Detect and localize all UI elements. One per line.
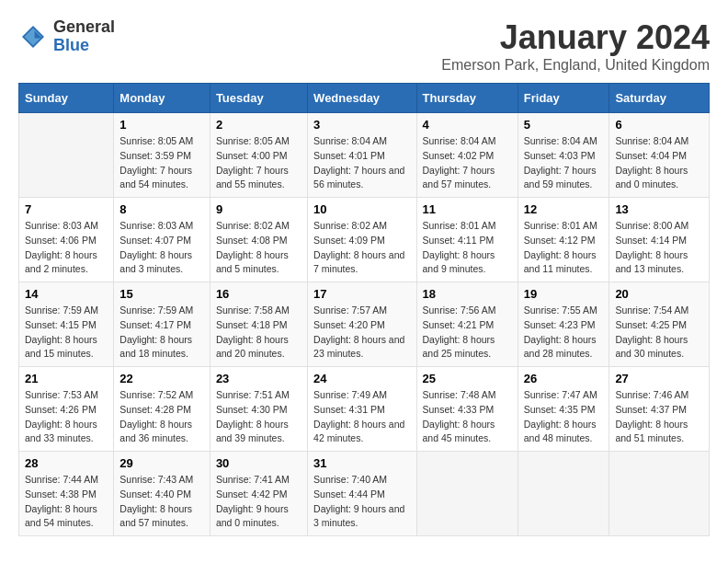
calendar-cell: 5Sunrise: 8:04 AMSunset: 4:03 PMDaylight… — [518, 113, 609, 198]
day-number: 29 — [119, 456, 204, 470]
calendar-week-row: 1Sunrise: 8:05 AMSunset: 3:59 PMDaylight… — [19, 113, 710, 198]
weekday-header: Wednesday — [308, 84, 416, 113]
day-info: Sunrise: 7:54 AMSunset: 4:25 PMDaylight:… — [615, 304, 703, 362]
day-number: 24 — [313, 372, 410, 385]
day-number: 8 — [119, 202, 204, 216]
day-info: Sunrise: 7:40 AMSunset: 4:44 PMDaylight:… — [313, 473, 410, 531]
calendar-week-row: 28Sunrise: 7:44 AMSunset: 4:38 PMDayligh… — [19, 452, 710, 536]
day-number: 3 — [313, 118, 410, 132]
calendar-cell: 21Sunrise: 7:53 AMSunset: 4:26 PMDayligh… — [19, 367, 114, 452]
day-info: Sunrise: 8:05 AMSunset: 4:00 PMDaylight:… — [216, 134, 301, 192]
location: Emerson Park, England, United Kingdom — [441, 57, 710, 74]
calendar-cell: 18Sunrise: 7:56 AMSunset: 4:21 PMDayligh… — [416, 282, 518, 367]
calendar-cell: 19Sunrise: 7:55 AMSunset: 4:23 PMDayligh… — [518, 282, 609, 367]
day-info: Sunrise: 7:59 AMSunset: 4:15 PMDaylight:… — [25, 304, 108, 362]
calendar-cell: 10Sunrise: 8:02 AMSunset: 4:09 PMDayligh… — [308, 198, 416, 282]
calendar-cell: 15Sunrise: 7:59 AMSunset: 4:17 PMDayligh… — [114, 282, 210, 367]
calendar-cell: 13Sunrise: 8:00 AMSunset: 4:14 PMDayligh… — [609, 198, 710, 282]
calendar-cell: 25Sunrise: 7:48 AMSunset: 4:33 PMDayligh… — [416, 367, 518, 452]
weekday-header: Tuesday — [210, 84, 307, 113]
day-number: 6 — [615, 118, 703, 132]
day-number: 10 — [313, 202, 410, 216]
weekday-header: Saturday — [609, 84, 710, 113]
day-number: 16 — [216, 287, 301, 301]
day-info: Sunrise: 7:56 AMSunset: 4:21 PMDaylight:… — [423, 304, 512, 362]
day-info: Sunrise: 7:46 AMSunset: 4:37 PMDaylight:… — [615, 388, 703, 446]
day-number: 30 — [216, 456, 301, 470]
calendar-cell: 22Sunrise: 7:52 AMSunset: 4:28 PMDayligh… — [114, 367, 210, 452]
day-info: Sunrise: 7:43 AMSunset: 4:40 PMDaylight:… — [119, 473, 204, 531]
calendar-cell: 11Sunrise: 8:01 AMSunset: 4:11 PMDayligh… — [416, 198, 518, 282]
day-number: 20 — [615, 287, 703, 301]
weekday-header: Thursday — [416, 84, 518, 113]
day-number: 19 — [524, 287, 604, 301]
day-number: 5 — [524, 118, 604, 132]
day-info: Sunrise: 8:04 AMSunset: 4:02 PMDaylight:… — [423, 134, 512, 192]
day-info: Sunrise: 7:49 AMSunset: 4:31 PMDaylight:… — [313, 388, 410, 446]
day-info: Sunrise: 7:53 AMSunset: 4:26 PMDaylight:… — [25, 388, 108, 446]
day-info: Sunrise: 8:02 AMSunset: 4:09 PMDaylight:… — [313, 219, 410, 277]
calendar-cell: 17Sunrise: 7:57 AMSunset: 4:20 PMDayligh… — [308, 282, 416, 367]
day-number: 11 — [423, 202, 512, 216]
calendar-cell: 8Sunrise: 8:03 AMSunset: 4:07 PMDaylight… — [114, 198, 210, 282]
calendar-cell: 7Sunrise: 8:03 AMSunset: 4:06 PMDaylight… — [19, 198, 114, 282]
day-info: Sunrise: 8:03 AMSunset: 4:06 PMDaylight:… — [25, 219, 108, 277]
weekday-header: Sunday — [19, 84, 114, 113]
day-info: Sunrise: 7:58 AMSunset: 4:18 PMDaylight:… — [216, 304, 301, 362]
calendar-cell: 29Sunrise: 7:43 AMSunset: 4:40 PMDayligh… — [114, 452, 210, 536]
calendar-cell: 28Sunrise: 7:44 AMSunset: 4:38 PMDayligh… — [19, 452, 114, 536]
day-info: Sunrise: 7:48 AMSunset: 4:33 PMDaylight:… — [423, 388, 512, 446]
day-info: Sunrise: 7:57 AMSunset: 4:20 PMDaylight:… — [313, 304, 410, 362]
calendar-cell: 26Sunrise: 7:47 AMSunset: 4:35 PMDayligh… — [518, 367, 609, 452]
day-number: 25 — [423, 372, 512, 385]
calendar-week-row: 21Sunrise: 7:53 AMSunset: 4:26 PMDayligh… — [19, 367, 710, 452]
calendar-table: SundayMondayTuesdayWednesdayThursdayFrid… — [18, 83, 710, 536]
day-number: 21 — [25, 372, 108, 385]
day-info: Sunrise: 7:52 AMSunset: 4:28 PMDaylight:… — [119, 388, 204, 446]
day-number: 26 — [524, 372, 604, 385]
calendar-week-row: 14Sunrise: 7:59 AMSunset: 4:15 PMDayligh… — [19, 282, 710, 367]
day-number: 9 — [216, 202, 301, 216]
calendar-cell — [609, 452, 710, 536]
day-info: Sunrise: 7:41 AMSunset: 4:42 PMDaylight:… — [216, 473, 301, 531]
day-number: 7 — [25, 202, 108, 216]
day-number: 22 — [119, 372, 204, 385]
day-info: Sunrise: 8:01 AMSunset: 4:12 PMDaylight:… — [524, 219, 604, 277]
day-number: 12 — [524, 202, 604, 216]
day-info: Sunrise: 8:01 AMSunset: 4:11 PMDaylight:… — [423, 219, 512, 277]
weekday-header: Friday — [518, 84, 609, 113]
calendar-cell: 23Sunrise: 7:51 AMSunset: 4:30 PMDayligh… — [210, 367, 307, 452]
calendar-cell — [518, 452, 609, 536]
day-number: 18 — [423, 287, 512, 301]
day-info: Sunrise: 8:02 AMSunset: 4:08 PMDaylight:… — [216, 219, 301, 277]
calendar-cell: 3Sunrise: 8:04 AMSunset: 4:01 PMDaylight… — [308, 113, 416, 198]
calendar-cell: 12Sunrise: 8:01 AMSunset: 4:12 PMDayligh… — [518, 198, 609, 282]
logo-text: General Blue — [53, 18, 115, 55]
calendar-cell: 2Sunrise: 8:05 AMSunset: 4:00 PMDaylight… — [210, 113, 307, 198]
logo-icon — [18, 22, 48, 52]
calendar-cell — [416, 452, 518, 536]
month-title: January 2024 — [441, 18, 710, 57]
day-info: Sunrise: 7:47 AMSunset: 4:35 PMDaylight:… — [524, 388, 604, 446]
day-info: Sunrise: 7:51 AMSunset: 4:30 PMDaylight:… — [216, 388, 301, 446]
day-info: Sunrise: 7:44 AMSunset: 4:38 PMDaylight:… — [25, 473, 108, 531]
header-row: SundayMondayTuesdayWednesdayThursdayFrid… — [19, 84, 710, 113]
day-number: 28 — [25, 456, 108, 470]
calendar-cell: 30Sunrise: 7:41 AMSunset: 4:42 PMDayligh… — [210, 452, 307, 536]
day-info: Sunrise: 8:00 AMSunset: 4:14 PMDaylight:… — [615, 219, 703, 277]
day-number: 23 — [216, 372, 301, 385]
day-info: Sunrise: 8:04 AMSunset: 4:04 PMDaylight:… — [615, 134, 703, 192]
calendar-cell: 31Sunrise: 7:40 AMSunset: 4:44 PMDayligh… — [308, 452, 416, 536]
calendar-cell: 27Sunrise: 7:46 AMSunset: 4:37 PMDayligh… — [609, 367, 710, 452]
calendar-cell: 1Sunrise: 8:05 AMSunset: 3:59 PMDaylight… — [114, 113, 210, 198]
day-info: Sunrise: 8:04 AMSunset: 4:03 PMDaylight:… — [524, 134, 604, 192]
calendar-cell: 4Sunrise: 8:04 AMSunset: 4:02 PMDaylight… — [416, 113, 518, 198]
calendar-cell — [19, 113, 114, 198]
calendar-cell: 9Sunrise: 8:02 AMSunset: 4:08 PMDaylight… — [210, 198, 307, 282]
calendar-cell: 16Sunrise: 7:58 AMSunset: 4:18 PMDayligh… — [210, 282, 307, 367]
weekday-header: Monday — [114, 84, 210, 113]
day-number: 1 — [119, 118, 204, 132]
calendar-cell: 14Sunrise: 7:59 AMSunset: 4:15 PMDayligh… — [19, 282, 114, 367]
logo: General Blue — [18, 18, 115, 55]
title-area: January 2024 Emerson Park, England, Unit… — [441, 18, 710, 74]
